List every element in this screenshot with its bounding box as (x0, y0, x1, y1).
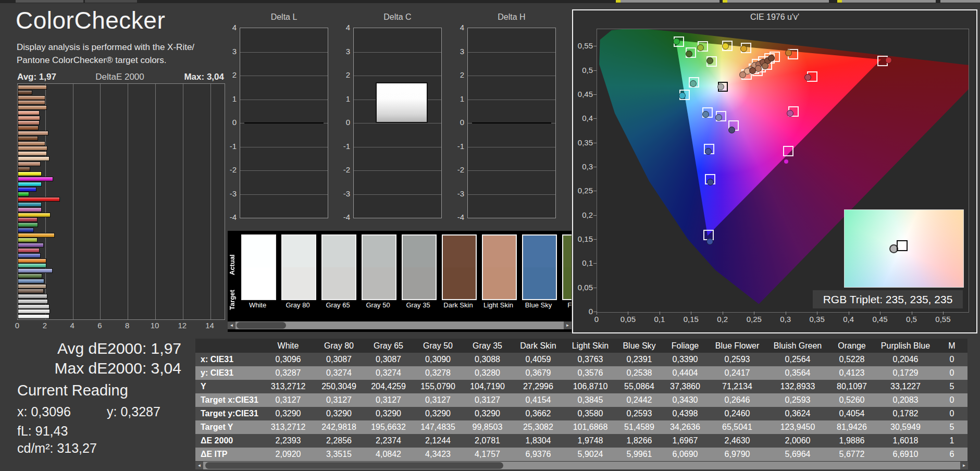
table-cell: 0,3090 (413, 353, 463, 366)
cie-x-tick-label: 0,55 (927, 315, 959, 324)
table-cell: 1,6018 (875, 434, 936, 448)
delta_h-title: Delta H (467, 13, 556, 22)
table-cell: 4,1757 (463, 448, 512, 461)
scroll-right-icon[interactable]: ► (960, 462, 968, 469)
table-cell: 5,9024 (564, 448, 616, 461)
table-cell: 0,3290 (413, 407, 463, 420)
table-column-header: Blue Sky (616, 339, 662, 353)
gridline (468, 194, 555, 195)
deltae-bar (18, 233, 55, 238)
deltae-bar (18, 284, 46, 289)
table-cell: 5,6964 (766, 448, 829, 461)
delta_l-title: Delta L (240, 13, 328, 22)
y-tick-label: 3 (221, 47, 237, 56)
x-tick-label: 4 (65, 321, 80, 330)
table-cell: 0,3290 (262, 407, 314, 420)
cie-x-tick-label: 0,05 (612, 315, 643, 324)
cie-y-tick (593, 263, 597, 264)
table-cell: 0,3127 (314, 393, 364, 407)
scroll-right-icon[interactable]: ► (564, 321, 572, 329)
table-row-label: Target x:CIE31 (195, 393, 262, 407)
gridline (354, 170, 441, 171)
cie-y-tick (593, 46, 597, 46)
y-tick-label: -1 (221, 142, 237, 151)
table-cell: 0,3274 (364, 366, 413, 380)
cie-y-tick (593, 94, 597, 95)
cie-x-tick-label: 0,5 (896, 315, 927, 324)
x-tick-label: 2 (37, 321, 53, 330)
deltae2000-bar-chart (17, 83, 225, 320)
swatch-actual (242, 236, 275, 267)
gridline (240, 100, 328, 100)
gridline (468, 100, 555, 100)
table-cell: 2,2856 (314, 434, 364, 448)
swatch-target (322, 267, 355, 299)
gridline (100, 84, 101, 319)
colorchecker-app: ColorChecker Display analysis is perform… (0, 0, 980, 471)
swatch-actual (443, 236, 476, 267)
deltae-bar (18, 136, 38, 141)
table-cell: 104,7190 (463, 380, 512, 393)
table-cell: 0,4123 (829, 366, 875, 380)
y-tick-label: -2 (334, 165, 350, 174)
deltae-bar (18, 304, 49, 309)
table-cell: 0,3127 (413, 393, 463, 407)
cie-measured-point (690, 80, 697, 87)
y-tick-label: 1 (449, 94, 464, 103)
swatch-scrollbar-thumb[interactable] (237, 322, 286, 329)
deltae-bar (18, 228, 34, 232)
table-column-header: Gray 35 (463, 339, 512, 353)
deltae-bar (18, 162, 41, 166)
table-cell: 0,2564 (766, 353, 829, 366)
deltae-bar (18, 274, 42, 278)
table-cell: 313,2712 (262, 380, 314, 393)
cie-measured-point (784, 159, 788, 164)
y-tick-label: -3 (449, 189, 464, 198)
swatch-scrollbar[interactable]: ◄ ► (228, 321, 572, 329)
table-cell: 0,4398 (662, 407, 708, 420)
table-row-label: x: CIE31 (195, 353, 262, 366)
gridline (354, 194, 441, 195)
deltae-bar (18, 248, 40, 253)
table-cell: 0,3624 (766, 407, 829, 420)
deltae-bar (18, 156, 49, 161)
subtitle-line-2: Pantone ColorChecker® target colors. (17, 54, 194, 67)
deltae-bar (18, 192, 29, 196)
swatch-target (282, 267, 315, 299)
table-cell: 0,3845 (564, 393, 616, 407)
cie-y-tick-label: 0,5 (571, 66, 593, 75)
cie-measured-point (722, 43, 729, 49)
table-cell: 3,3515 (314, 448, 364, 461)
cie-x-tick (597, 312, 597, 315)
cie-x-tick (817, 312, 817, 315)
y-tick-label: 2 (221, 70, 237, 79)
table-cell: 0,3679 (512, 366, 564, 380)
gridline (468, 76, 555, 76)
table-cell: 0,3127 (463, 393, 512, 407)
y-tick-label: 4 (221, 23, 237, 32)
reading-x: x: 0,3096 (17, 404, 71, 419)
deltae-bar (18, 171, 42, 176)
y-tick-label: 4 (334, 23, 350, 32)
swatch-label: Blue Sky (518, 301, 559, 309)
cie-y-tick (593, 288, 597, 288)
window-edge-fragment (16, 0, 83, 3)
scroll-left-icon[interactable]: ◄ (195, 462, 203, 469)
table-row-label: ΔE 2000 (195, 434, 262, 448)
swatch-actual (563, 236, 572, 267)
table-scrollbar[interactable]: ◄ ► (195, 462, 968, 469)
scroll-left-icon[interactable]: ◄ (228, 321, 235, 329)
table-cell: 0,3576 (564, 366, 616, 380)
table-cell: 30,5949 (875, 420, 936, 434)
cie-x-tick-label: 0,3 (770, 315, 801, 324)
x-tick-label: 12 (175, 321, 190, 330)
table-cell: 81,9426 (829, 420, 875, 434)
table-cell: 1,6967 (662, 434, 708, 448)
table-scrollbar-thumb[interactable] (205, 462, 503, 469)
y-tick-label: -2 (449, 165, 464, 174)
tab-accent-fragment (723, 0, 727, 3)
window-edge-fragment (842, 0, 936, 3)
table-cell: 0 (936, 393, 967, 407)
cie-x-tick-label: 0,15 (675, 315, 706, 324)
deltae-bar (18, 110, 40, 115)
